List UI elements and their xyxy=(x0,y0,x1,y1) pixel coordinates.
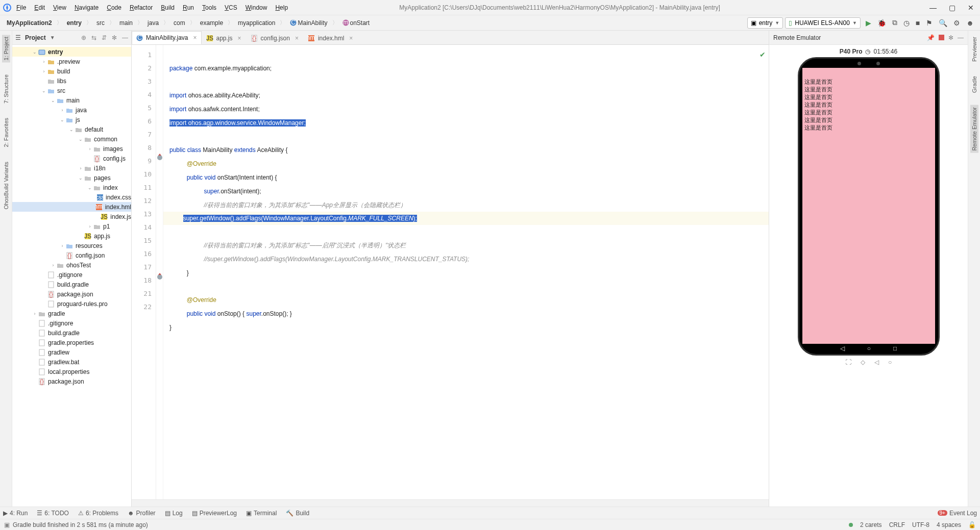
tree-item[interactable]: {}config.js xyxy=(12,154,131,163)
profile-button[interactable]: ◷ xyxy=(903,19,910,27)
bottom-tab-previewerlog[interactable]: ▤PreviewerLog xyxy=(192,510,237,517)
minimize-button[interactable]: — xyxy=(929,4,937,12)
tool-tab-previewer[interactable]: Previewer xyxy=(970,35,978,64)
run-button[interactable]: ▶ xyxy=(866,19,871,27)
chevron-down-icon[interactable]: ⌄ xyxy=(78,137,84,142)
back-icon[interactable]: ◁ xyxy=(840,345,845,352)
run-config-combo[interactable]: ▣ entry ▼ xyxy=(747,17,783,29)
menu-navigate[interactable]: Navigate xyxy=(75,4,99,11)
tree-item[interactable]: ⌄js xyxy=(12,115,131,124)
tool-tab-ohosbuild-variants[interactable]: OhosBuild Variants xyxy=(2,160,10,211)
tree-item[interactable]: JSapp.js xyxy=(12,231,131,241)
menu-view[interactable]: View xyxy=(53,4,66,11)
maximize-button[interactable]: ▢ xyxy=(949,4,955,12)
tree-item[interactable]: build.gradle xyxy=(12,280,131,289)
event-log-tab[interactable]: 9+Event Log xyxy=(938,510,977,517)
menu-tools[interactable]: Tools xyxy=(202,4,216,11)
bottom-tool-strip[interactable]: ▶4: Run☰6: TODO⚠6: Problems☻Profiler▤Log… xyxy=(0,507,980,519)
override-icon[interactable] xyxy=(157,274,162,280)
chevron-right-icon[interactable]: › xyxy=(59,108,65,113)
tree-item[interactable]: {}config.json xyxy=(12,250,131,260)
close-icon[interactable]: × xyxy=(193,34,197,41)
status-icon[interactable]: ▣ xyxy=(4,521,10,528)
tree-item[interactable]: build.gradle xyxy=(12,328,131,338)
chevron-down-icon[interactable]: ⌄ xyxy=(50,98,56,103)
tree-item[interactable]: ›gradle xyxy=(12,309,131,318)
tree-item[interactable]: gradlew xyxy=(12,347,131,357)
breadcrumb-item[interactable]: entry xyxy=(63,18,85,28)
menu-refactor[interactable]: Refactor xyxy=(130,4,153,11)
tree-item[interactable]: ›.preview xyxy=(12,57,131,66)
project-tree[interactable]: ⌄entry›.preview›buildlibs⌄src⌄main›java⌄… xyxy=(12,45,131,507)
menu-help[interactable]: Help xyxy=(275,4,288,11)
bottom-tab-build[interactable]: 🔨Build xyxy=(286,510,309,517)
chevron-down-icon[interactable]: ⌄ xyxy=(59,117,65,122)
avatar-icon[interactable]: ☻ xyxy=(966,19,974,27)
tree-item[interactable]: ⌄default xyxy=(12,124,131,134)
close-icon[interactable]: × xyxy=(238,35,241,42)
tree-item[interactable]: ⌄entry xyxy=(12,47,131,57)
settings-button[interactable]: ⚙ xyxy=(953,19,960,27)
horizontal-scrollbar[interactable] xyxy=(132,499,769,507)
tool-tab-remote-emulator[interactable]: Remote Emulator xyxy=(970,105,978,153)
menu-code[interactable]: Code xyxy=(107,4,121,11)
screenshot-icon[interactable]: ⛶ xyxy=(845,359,851,366)
tree-item[interactable]: ›build xyxy=(12,66,131,76)
tree-item[interactable]: hmlindex.hml xyxy=(12,202,131,212)
chevron-right-icon[interactable]: › xyxy=(32,311,38,316)
tree-item[interactable]: ›images xyxy=(12,144,131,154)
chevron-right-icon[interactable]: › xyxy=(87,146,93,152)
tree-item[interactable]: ⌄main xyxy=(12,95,131,105)
phone-navbar[interactable]: ◁ ○ □ xyxy=(799,344,938,352)
hide-icon[interactable]: — xyxy=(122,34,128,41)
editor-tabs[interactable]: CMainAbility.java×JSapp.js×{}config.json… xyxy=(132,31,769,45)
chevron-right-icon[interactable]: › xyxy=(50,263,56,268)
bottom-tab-log[interactable]: ▤Log xyxy=(165,510,183,517)
lock-icon[interactable]: 🔓 xyxy=(968,521,976,528)
tree-item[interactable]: ⌄pages xyxy=(12,173,131,183)
chevron-down-icon[interactable]: ⌄ xyxy=(32,49,38,55)
editor-tab[interactable]: {}config.json× xyxy=(246,31,303,44)
chevron-down-icon[interactable]: ⌄ xyxy=(78,175,84,181)
tool-tab-favorites[interactable]: 2: Favorites xyxy=(2,116,10,149)
override-icon[interactable] xyxy=(157,155,162,160)
collapse-icon[interactable]: ⇵ xyxy=(102,34,107,41)
code-area[interactable]: ✔package com.example.myapplication; impo… xyxy=(163,45,769,499)
chevron-down-icon[interactable]: ⌄ xyxy=(41,88,47,93)
tree-item[interactable]: ›java xyxy=(12,105,131,115)
tree-item[interactable]: ⌄common xyxy=(12,134,131,144)
bottom-tab-profiler[interactable]: ☻Profiler xyxy=(128,510,156,517)
tree-item[interactable]: ›p1 xyxy=(12,221,131,231)
menu-file[interactable]: File xyxy=(16,4,26,11)
status-item[interactable]: 2 carets xyxy=(860,521,882,528)
tree-item[interactable]: libs xyxy=(12,76,131,86)
breadcrumb[interactable]: MyApplication2〉entry〉src〉main〉java〉com〉e… xyxy=(3,18,373,28)
locate-icon[interactable]: ⊕ xyxy=(81,34,86,41)
gear-icon[interactable]: ✻ xyxy=(112,34,117,41)
status-item[interactable]: 4 spaces xyxy=(937,521,961,528)
bottom-tab-run[interactable]: ▶4: Run xyxy=(3,510,28,517)
bottom-tab-problems[interactable]: ⚠6: Problems xyxy=(78,510,118,517)
chevron-down-icon[interactable]: ⌄ xyxy=(87,185,93,190)
tool-tab-structure[interactable]: 7: Structure xyxy=(2,72,10,106)
tree-item[interactable]: gradlew.bat xyxy=(12,357,131,367)
home-icon[interactable]: ○ xyxy=(867,345,871,352)
recents-icon[interactable]: □ xyxy=(893,345,897,352)
chevron-right-icon[interactable]: › xyxy=(41,59,47,64)
rotate-icon[interactable]: ◇ xyxy=(861,359,865,366)
attach-button[interactable]: ⚑ xyxy=(926,19,933,27)
chevron-right-icon[interactable]: › xyxy=(87,224,93,229)
close-icon[interactable]: × xyxy=(349,35,353,42)
editor-tab[interactable]: hmlindex.hml× xyxy=(303,31,357,44)
chevron-right-icon[interactable]: › xyxy=(41,69,47,74)
hide-icon[interactable]: — xyxy=(958,34,964,41)
debug-button[interactable]: 🐞 xyxy=(877,19,886,27)
editor-tab[interactable]: JSapp.js× xyxy=(202,31,246,44)
breadcrumb-item[interactable]: CMainAbility xyxy=(286,18,331,28)
tool-tab-project[interactable]: 1: Project xyxy=(2,35,10,62)
pin-icon[interactable]: 📌 xyxy=(927,34,935,41)
menu-edit[interactable]: Edit xyxy=(34,4,45,11)
tree-item[interactable]: proguard-rules.pro xyxy=(12,299,131,309)
stop-button[interactable]: ■ xyxy=(916,19,920,27)
tree-item[interactable]: {}package.json xyxy=(12,376,131,386)
